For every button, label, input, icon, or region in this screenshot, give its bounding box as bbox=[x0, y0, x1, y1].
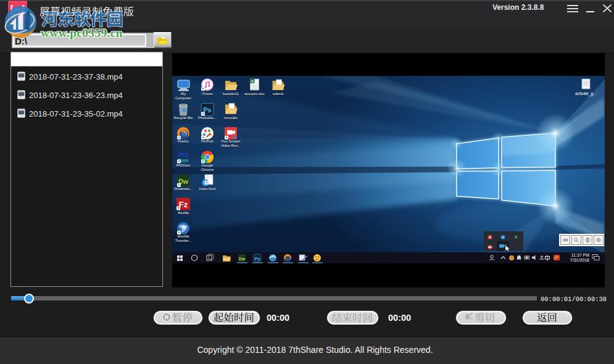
svg-text:Dw: Dw bbox=[239, 257, 246, 261]
svg-text:PicPick: PicPick bbox=[201, 139, 213, 143]
svg-text:Recycle Bin: Recycle Bin bbox=[173, 116, 193, 120]
svg-text:Google: Google bbox=[202, 163, 214, 167]
svg-text:Firefox: Firefox bbox=[178, 139, 189, 143]
svg-text:PADGen: PADGen bbox=[176, 163, 191, 167]
svg-text:iTunes: iTunes bbox=[202, 92, 213, 96]
svg-text:recorder: recorder bbox=[224, 116, 238, 120]
svg-text:X: X bbox=[251, 80, 254, 83]
svg-text:filezilla: filezilla bbox=[178, 211, 189, 215]
svg-text:submit: submit bbox=[273, 92, 284, 96]
svg-text:Chrome: Chrome bbox=[201, 168, 215, 172]
svg-text:Ps: Ps bbox=[255, 257, 260, 261]
svg-text:11:37 PM: 11:37 PM bbox=[571, 253, 590, 257]
svg-text:My: My bbox=[181, 92, 186, 96]
svg-text:Computer: Computer bbox=[175, 96, 191, 100]
svg-text:Fz: Fz bbox=[179, 200, 188, 209]
svg-text:index.html: index.html bbox=[199, 187, 216, 191]
svg-text:7/31/2018: 7/31/2018 bbox=[570, 258, 589, 262]
svg-text:Thunder...: Thunder... bbox=[175, 239, 192, 242]
svg-text:Video Rec...: Video Rec... bbox=[221, 144, 241, 147]
svg-text:account.xlsx: account.xlsx bbox=[244, 92, 264, 96]
svg-text:booster11: booster11 bbox=[223, 92, 239, 96]
svg-text:Dreamwe...: Dreamwe... bbox=[174, 187, 193, 191]
svg-text:activate_g...: activate_g... bbox=[575, 91, 596, 96]
svg-text:Fun Screen: Fun Screen bbox=[222, 139, 240, 143]
svg-text:Mozilla: Mozilla bbox=[178, 234, 189, 238]
svg-text:Photosho...: Photosho... bbox=[198, 116, 217, 120]
